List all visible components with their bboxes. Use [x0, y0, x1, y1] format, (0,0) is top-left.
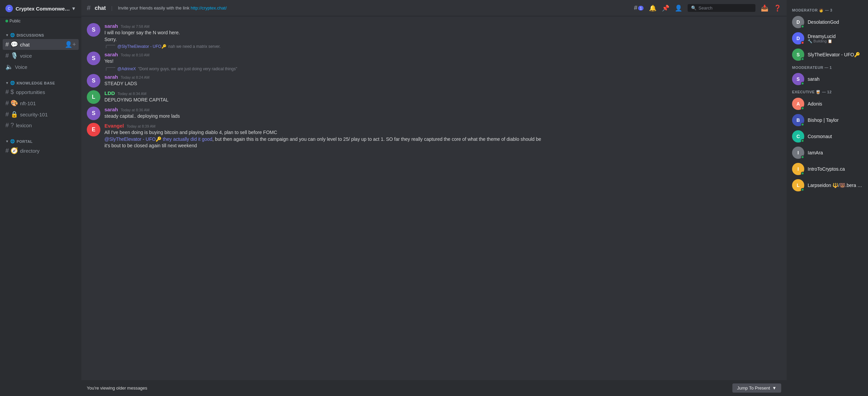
members-section-header: MOODERATEUR — 1 — [789, 63, 865, 71]
add-member-icon[interactable]: 👤+ — [65, 41, 76, 48]
discussions-chevron-icon: ▼ — [5, 33, 9, 37]
message-line: DEPLOYING MORE CAPITAL — [104, 97, 781, 103]
topbar-icons: # 1 🔔 📌 👤 🔍 📥 ❓ — [634, 4, 781, 12]
member-info: IntroToCryptos.ca — [808, 166, 863, 172]
member-avatar: S — [792, 49, 804, 61]
channel-voice-text[interactable]: # 🎙️ voice — [3, 50, 79, 61]
member-status-dot — [801, 155, 804, 159]
channel-compass-icon: # 🧭 — [5, 147, 18, 154]
reply-from: @AdrineX — [117, 67, 136, 71]
topbar-invite-link[interactable]: http://cryptex.chat/ — [191, 5, 226, 11]
discussions-header[interactable]: ▼ 🌐 DISCUSSIONS — [3, 32, 79, 39]
online-dot — [5, 20, 8, 22]
member-name: SlyTheElevator - UFO🔑 — [808, 52, 863, 57]
member-info: Adonis — [808, 101, 863, 107]
knowledge-base-header[interactable]: ▼ 🌐 KNOWLEDGE BASE — [3, 79, 79, 87]
message-line: steady capital.. deploying more lads — [104, 113, 781, 120]
search-bar[interactable]: 🔍 — [688, 4, 755, 12]
member-avatar: I — [792, 147, 804, 159]
message-author: sarah — [104, 23, 118, 29]
channel-security-101[interactable]: # 🔒 security-101 — [3, 109, 79, 120]
message-time: Today at 7:58 AM — [121, 24, 150, 29]
member-status-dot — [801, 172, 804, 175]
avatar: S — [87, 52, 100, 65]
channel-speaker-icon: 🔈 — [5, 63, 13, 71]
message-line: it's bout to be closed again till next w… — [104, 143, 781, 149]
members-icon[interactable]: 👤 — [675, 4, 682, 12]
channel-nft-101[interactable]: # 🎨 nft-101 — [3, 98, 79, 109]
message-header: sarah Today at 8:10 AM — [104, 52, 781, 57]
member-name: DesolationGod — [808, 19, 863, 25]
member-item[interactable]: S sarah — [789, 71, 865, 87]
message-content: sarah Today at 8:36 AM steady capital.. … — [104, 107, 781, 120]
message-header: sarah Today at 7:58 AM — [104, 23, 781, 29]
member-item[interactable]: I IntroToCryptos.ca — [789, 161, 865, 177]
avatar: E — [87, 123, 100, 136]
channel-directory[interactable]: # 🧭 directory — [3, 145, 79, 156]
member-info: DreamyLucid 🔧 Building 📋 — [808, 34, 863, 43]
topbar-hash-icon: # — [87, 4, 91, 12]
server-chevron-icon: ▼ — [71, 6, 76, 11]
message-line: Yes! — [104, 58, 781, 65]
member-status-dot — [801, 57, 804, 61]
avatar: L — [87, 90, 100, 104]
member-avatar: I — [792, 163, 804, 175]
search-input[interactable] — [698, 5, 752, 11]
inbox-icon[interactable]: 📥 — [761, 4, 768, 12]
message-author: sarah — [104, 74, 118, 80]
portal-header[interactable]: ▼ 🌐 PORTAL — [3, 138, 79, 145]
member-item[interactable]: S SlyTheElevator - UFO🔑 — [789, 46, 865, 63]
knowledge-chevron-icon: ▼ — [5, 81, 9, 85]
jump-chevron-icon: ▼ — [772, 385, 776, 391]
channel-lexicon[interactable]: # ? lexicon — [3, 120, 79, 131]
member-status-dot — [801, 188, 804, 191]
channel-hash-voice-icon: # 🎙️ — [5, 52, 18, 59]
member-avatar: C — [792, 130, 804, 143]
message-group: S sarah Today at 8:36 AM steady capital.… — [81, 105, 787, 121]
channel-opportunities[interactable]: # $ opportunities — [3, 87, 79, 97]
message-line: Sorry. — [104, 36, 781, 43]
member-item[interactable]: D DreamyLucid 🔧 Building 📋 — [789, 30, 865, 46]
avatar: S — [87, 23, 100, 37]
member-item[interactable]: L Larpseidon 🔱/🐻.bera 🐻 — [789, 177, 865, 193]
member-status-dot — [801, 139, 804, 143]
messages-wrapper: S sarah Today at 7:58 AM I will no longe… — [81, 16, 787, 396]
message-group: S sarah Today at 8:24 AM STEADY LADS — [81, 73, 787, 89]
message-time: Today at 8:10 AM — [121, 53, 150, 57]
discussions-globe-icon: 🌐 — [10, 33, 15, 37]
member-item[interactable]: C Cosmonaut — [789, 128, 865, 145]
message-content: sarah Today at 8:10 AM Yes! — [104, 52, 781, 65]
jump-to-present-button[interactable]: Jump To Present ▼ — [732, 383, 781, 393]
member-item[interactable]: A Adonis — [789, 96, 865, 112]
help-icon[interactable]: ❓ — [774, 4, 781, 12]
topbar-invite-text: Invite your friends easily with the link… — [118, 5, 630, 11]
member-avatar: B — [792, 114, 804, 126]
topbar: # chat | Invite your friends easily with… — [81, 0, 787, 16]
channel-chat[interactable]: # 💬 chat 👤+ — [3, 39, 79, 50]
channel-voice-audio[interactable]: 🔈 Voice — [3, 61, 79, 72]
discussions-section: ▼ 🌐 DISCUSSIONS # 💬 chat 👤+ # 🎙️ voice 🔈… — [0, 26, 81, 74]
channel-dollar-icon: # $ — [5, 89, 14, 96]
message-time: Today at 8:36 AM — [121, 108, 150, 112]
member-name: Bishop | Taylor — [808, 117, 863, 123]
message-time: Today at 8:39 AM — [127, 124, 156, 128]
avatar: S — [87, 74, 100, 88]
mute-icon[interactable]: 🔔 — [649, 4, 656, 12]
member-info: Cosmonaut — [808, 134, 863, 139]
pin-icon[interactable]: 📌 — [662, 4, 669, 12]
channel-hash-chat-icon: # 💬 — [5, 41, 18, 48]
server-header[interactable]: C Cryptex Commonweal... ▼ — [0, 0, 81, 17]
member-name: Cosmonaut — [808, 134, 863, 139]
left-sidebar: C Cryptex Commonweal... ▼ Public ▼ 🌐 DIS… — [0, 0, 81, 396]
message-content: Evangel Today at 8:39 AM All I've been d… — [104, 123, 781, 149]
message-header: LDD Today at 8:34 AM — [104, 90, 781, 96]
member-item[interactable]: I IamAra — [789, 145, 865, 161]
members-section-header: MODERATOR 🧑 — 3 — [789, 5, 865, 14]
member-name: Larpseidon 🔱/🐻.bera 🐻 — [808, 183, 863, 188]
member-item[interactable]: B Bishop | Taylor — [789, 112, 865, 128]
member-info: SlyTheElevator - UFO🔑 — [808, 52, 863, 57]
avatar: S — [87, 107, 100, 120]
threads-icon[interactable]: # 1 — [634, 4, 644, 12]
member-item[interactable]: D DesolationGod — [789, 14, 865, 30]
member-status-dot — [801, 123, 804, 126]
